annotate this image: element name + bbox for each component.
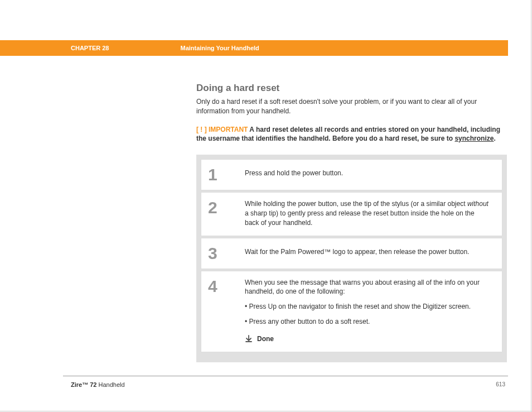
footer-product: Zire™ 72 Handheld xyxy=(71,381,125,388)
step-text: While holding the power button, use the … xyxy=(240,193,502,235)
step-row: 2 While holding the power button, use th… xyxy=(201,192,502,236)
important-marker: [ ! ] xyxy=(196,126,207,133)
step-row: 3 Wait for the Palm Powered™ logo to app… xyxy=(201,238,502,269)
important-label: IMPORTANT xyxy=(209,126,248,133)
page-border-right xyxy=(531,0,531,412)
main-content: Doing a hard reset Only do a hard reset … xyxy=(196,83,507,362)
step-row: 1 Press and hold the power button. xyxy=(201,159,502,190)
done-label: Done xyxy=(257,334,274,344)
step-text: Press and hold the power button. xyxy=(240,160,502,190)
step-number: 4 xyxy=(208,277,217,295)
synchronize-link[interactable]: synchronize xyxy=(454,135,494,142)
chapter-title: Maintaining Your Handheld xyxy=(180,45,259,51)
step-bullets: Press Up on the navigator to finish the … xyxy=(245,302,490,327)
step-number: 3 xyxy=(208,244,217,262)
page-number: 613 xyxy=(496,381,505,387)
intro-text: Only do a hard reset if a soft reset doe… xyxy=(196,97,507,116)
page-border-bottom xyxy=(0,411,532,411)
done-arrow-icon xyxy=(245,335,253,343)
chapter-number: CHAPTER 28 xyxy=(71,45,109,51)
section-heading: Doing a hard reset xyxy=(196,83,507,94)
footer-divider xyxy=(63,376,508,376)
bullet-item: Press Up on the navigator to finish the … xyxy=(245,302,490,312)
step-number: 2 xyxy=(208,198,217,217)
done-row: Done xyxy=(245,334,490,344)
steps-container: 1 Press and hold the power button. 2 Whi… xyxy=(196,155,507,362)
important-text-end: . xyxy=(494,135,495,142)
important-note: [ ! ] IMPORTANT A hard reset deletes all… xyxy=(196,125,507,144)
step-text: Wait for the Palm Powered™ logo to appea… xyxy=(240,238,502,269)
step-number: 1 xyxy=(208,165,217,184)
step-text: When you see the message that warns you … xyxy=(240,271,502,352)
step-row: 4 When you see the message that warns yo… xyxy=(201,271,502,352)
chapter-header: CHAPTER 28 Maintaining Your Handheld xyxy=(0,40,508,56)
bullet-item: Press any other button to do a soft rese… xyxy=(245,317,490,327)
